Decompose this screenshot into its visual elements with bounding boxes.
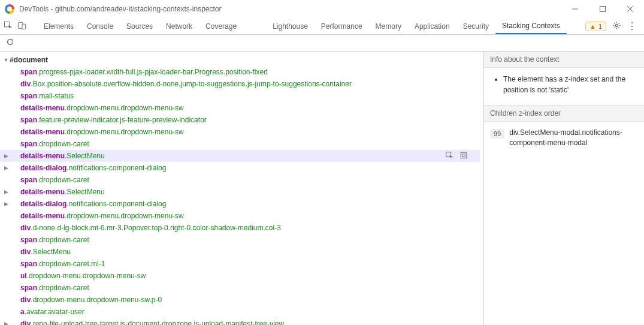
element-tag: div [20,248,31,256]
window-titlebar: DevTools - github.com/andreadev-it/stack… [0,0,644,18]
stacking-contexts-tree[interactable]: ▼#documentspan.progress-pjax-loader.widt… [0,52,480,325]
tree-row-13[interactable]: div.d-none.d-lg-block.mt-6.mr-3.Popover.… [0,222,480,234]
tree-row-20[interactable]: a.avatar.avatar-user [0,306,480,318]
element-classes: .repo-file-upload-tree-target.js-documen… [31,320,284,325]
tree-row-21[interactable]: ▶div.repo-file-upload-tree-target.js-doc… [0,318,480,325]
element-classes: .avatar.avatar-user [25,308,84,316]
zindex-badge: 99 [490,129,504,139]
expand-arrow-icon[interactable]: ▶ [2,189,10,195]
tree-row-18[interactable]: span.dropdown-caret [0,282,480,294]
expand-arrow-icon[interactable]: ▶ [2,153,10,159]
svg-rect-6 [461,152,467,158]
info-section-header: Info about the context [484,52,644,68]
settings-button[interactable] [612,21,621,32]
scroll-into-view-icon[interactable] [459,151,468,161]
tab-network[interactable]: Network [159,18,199,34]
element-classes: .dropdown-menu.dropdown-menu-sw [27,272,146,280]
reload-button[interactable] [6,38,14,48]
element-tag: div [20,80,31,88]
tree-row-4[interactable]: span.feature-preview-indicator.js-featur… [0,114,480,126]
element-tag: span [20,92,37,100]
panel-toolbar [0,35,644,52]
tab-console[interactable]: Console [80,18,120,34]
tree-row-2[interactable]: span.mail-status [0,90,480,102]
tree-row-0[interactable]: span.progress-pjax-loader.width-full.js-… [0,66,480,78]
inspect-element-icon[interactable] [4,21,13,32]
expand-arrow-icon[interactable]: ▼ [2,57,10,63]
more-menu-button[interactable]: ⋮ [627,22,637,31]
element-tag: span [20,260,37,268]
expand-arrow-icon[interactable]: ▶ [2,165,10,171]
element-classes: .dropdown-caret [37,284,89,292]
device-toolbar-icon[interactable] [17,21,26,32]
info-bullet: The element has a z-index set and the po… [503,74,636,95]
panel-workspace: ▼#documentspan.progress-pjax-loader.widt… [0,52,644,325]
element-tag: details-menu [20,152,65,160]
element-classes: .SelectMenu [31,248,71,256]
element-tag: details-menu [20,188,65,196]
element-classes: .Box.position-absolute.overflow-hidden.d… [31,80,352,88]
window-controls [561,0,644,18]
tree-root[interactable]: ▼#document [0,54,480,66]
tree-row-8[interactable]: ▶details-dialog.notifications-component-… [0,162,480,174]
element-tag: details-menu [20,212,65,220]
tab-sources[interactable]: Sources [120,18,159,34]
window-maximize-button[interactable] [589,0,616,18]
tree-row-15[interactable]: div.SelectMenu [0,246,480,258]
children-section-body: 99 div.SelectMenu-modal.notifications-co… [484,122,644,154]
element-classes: .notifications-component-dialog [66,200,166,208]
element-classes: .feature-preview-indicator.js-feature-pr… [37,116,207,124]
tree-row-17[interactable]: ul.dropdown-menu.dropdown-menu-sw [0,270,480,282]
close-icon [627,6,633,12]
window-close-button[interactable] [616,0,644,18]
tree-row-5[interactable]: details-menu.dropdown-menu.dropdown-menu… [0,126,480,138]
children-section-header: Children z-index order [484,105,644,122]
tree-row-19[interactable]: div.dropdown-menu.dropdown-menu-sw.p-0 [0,294,480,306]
tree-row-12[interactable]: details-menu.dropdown-menu.dropdown-menu… [0,210,480,222]
element-tag: span [20,116,37,124]
element-classes: .mail-status [37,92,74,100]
child-classes: .SelectMenu-modal.notifications-componen… [509,128,622,147]
warnings-badge[interactable]: ▲ 1 [585,22,606,31]
tab-coverage[interactable]: Coverage [199,18,243,34]
window-minimize-button[interactable] [561,0,589,18]
element-classes: .SelectMenu [65,188,105,196]
tree-row-10[interactable]: ▶details-menu.SelectMenu [0,186,480,198]
warning-triangle-icon: ▲ [589,23,596,30]
tab-lighthouse[interactable]: Lighthouse [266,18,315,34]
element-tag: span [20,284,37,292]
element-classes: .dropdown-menu.dropdown-menu-sw [65,128,184,136]
tree-root-label: #document [10,56,48,64]
info-section-body: The element has a z-index set and the po… [484,68,644,105]
tree-row-3[interactable]: details-menu.dropdown-menu.dropdown-menu… [0,102,480,114]
element-tag: details-menu [20,104,65,112]
element-tag: a [20,308,25,316]
tree-row-6[interactable]: span.dropdown-caret [0,138,480,150]
tree-row-7[interactable]: ▶details-menu.SelectMenu [0,150,480,162]
tree-row-14[interactable]: span.dropdown-caret [0,234,480,246]
reveal-in-elements-icon[interactable] [445,151,453,161]
tab-security[interactable]: Security [456,18,495,34]
expand-arrow-icon[interactable]: ▶ [2,201,10,207]
element-classes: .d-none.d-lg-block.mt-6.mr-3.Popover.top… [31,224,281,232]
element-classes: .dropdown-menu.dropdown-menu-sw [65,212,184,220]
tree-row-1[interactable]: div.Box.position-absolute.overflow-hidde… [0,78,480,90]
element-tag: span [20,176,37,184]
tree-row-9[interactable]: span.dropdown-caret [0,174,480,186]
warnings-count: 1 [598,23,602,30]
element-tag: div [20,296,31,304]
expand-arrow-icon[interactable]: ▶ [2,321,10,325]
element-classes: .dropdown-caret [37,140,89,148]
child-selector: div.SelectMenu-modal.notifications-compo… [509,128,638,148]
context-details-pane: Info about the context The element has a… [483,52,644,325]
tab-memory[interactable]: Memory [369,18,408,34]
tab-stacking-contexts[interactable]: Stacking Contexts [495,18,567,34]
tree-row-16[interactable]: span.dropdown-caret.ml-1 [0,258,480,270]
gear-icon [612,21,621,30]
tab-elements[interactable]: Elements [37,18,80,34]
tab-performance[interactable]: Performance [315,18,369,34]
child-zindex-row[interactable]: 99 div.SelectMenu-modal.notifications-co… [490,128,638,148]
tab-application[interactable]: Application [408,18,456,34]
tree-row-11[interactable]: ▶details-dialog.notifications-component-… [0,198,480,210]
element-classes: .dropdown-menu.dropdown-menu-sw.p-0 [31,296,162,304]
